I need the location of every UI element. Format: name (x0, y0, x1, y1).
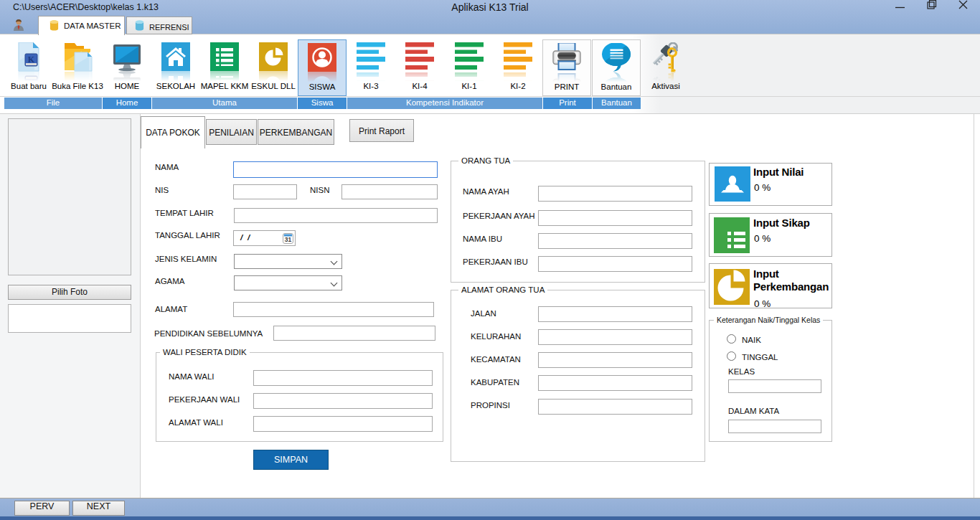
svg-text:31: 31 (285, 236, 292, 243)
